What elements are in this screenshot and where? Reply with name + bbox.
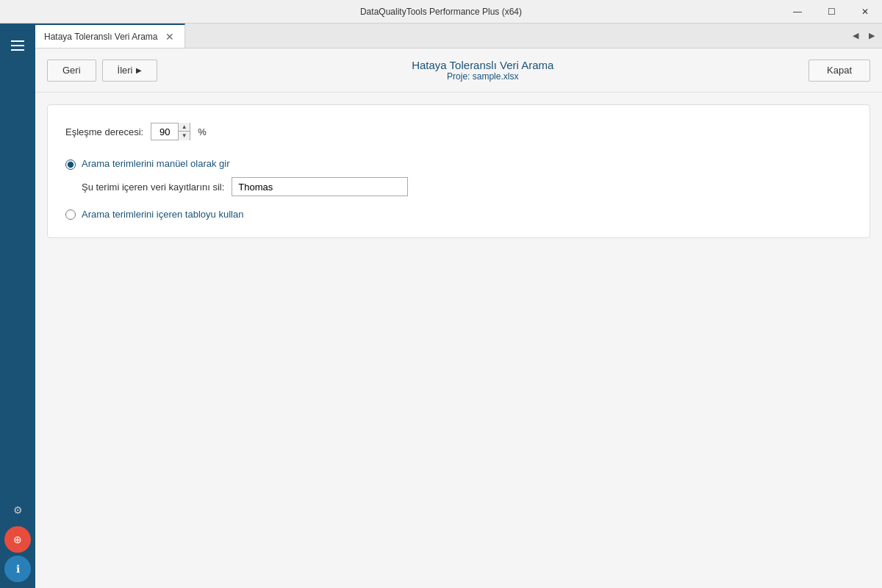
radio-section: Arama terimlerini manüel olarak gir Şu t…: [65, 158, 852, 220]
tab-label: Hataya Toleranslı Veri Arama: [44, 32, 158, 42]
match-degree-label: Eşleşme derecesi:: [65, 126, 143, 137]
radio-table-input[interactable]: [65, 209, 76, 220]
info-button[interactable]: ℹ: [4, 556, 31, 582]
radio-option-1-container: Arama terimlerini manüel olarak gir Şu t…: [65, 158, 852, 196]
sidebar-menu-button[interactable]: [0, 31, 35, 60]
radio-sub-row: Şu terimi içeren veri kayıtlarını sil:: [82, 177, 852, 196]
forward-button[interactable]: İleri ▶: [102, 60, 157, 82]
main-panel: Eşleşme derecesi: ▲ ▼ %: [35, 93, 882, 588]
hamburger-icon: [11, 40, 24, 51]
search-term-input[interactable]: [232, 177, 408, 196]
match-degree-spinner: ▲ ▼: [151, 123, 190, 140]
spinner-up-button[interactable]: ▲: [178, 123, 190, 132]
maximize-button[interactable]: ☐: [814, 0, 848, 24]
tab-bar-controls: ◀ ▶: [848, 24, 882, 48]
info-icon: ℹ: [16, 563, 20, 575]
percent-label: %: [198, 126, 207, 137]
tab-close-button[interactable]: ✕: [164, 31, 176, 43]
match-degree-row: Eşleşme derecesi: ▲ ▼ %: [65, 123, 852, 140]
spinner-buttons: ▲ ▼: [178, 123, 190, 140]
back-button[interactable]: Geri: [47, 60, 96, 82]
close-button[interactable]: ✕: [848, 0, 882, 24]
radio-table-label[interactable]: Arama terimlerini içeren tabloyu kullan: [82, 209, 243, 220]
title-bar: DataQualityTools Performance Plus (x64) …: [0, 0, 882, 24]
gear-icon: ⚙: [13, 504, 23, 516]
spinner-down-button[interactable]: ▼: [178, 132, 190, 140]
sidebar: ⚙ ⊕ ℹ: [0, 24, 35, 588]
radio-option-1: Arama terimlerini manüel olarak gir: [65, 158, 852, 170]
help-button[interactable]: ⊕: [4, 526, 31, 553]
toolbar: Geri İleri ▶ Hataya Toleranslı Veri Aram…: [35, 49, 882, 93]
forward-arrow-icon: ▶: [136, 66, 142, 74]
settings-button[interactable]: ⚙: [4, 497, 31, 523]
tab-scroll-left[interactable]: ◀: [848, 29, 863, 43]
settings-card: Eşleşme derecesi: ▲ ▼ %: [47, 104, 870, 238]
radio-manual-label[interactable]: Arama terimlerini manüel olarak gir: [82, 158, 230, 169]
sidebar-bottom-icons: ⚙ ⊕ ℹ: [0, 497, 35, 588]
active-tab[interactable]: Hataya Toleranslı Veri Arama ✕: [35, 24, 185, 48]
radio-option-2: Arama terimlerini içeren tabloyu kullan: [65, 208, 852, 220]
tab-scroll-right[interactable]: ▶: [864, 29, 879, 43]
back-label: Geri: [62, 65, 81, 76]
forward-label: İleri: [118, 65, 133, 76]
match-degree-input[interactable]: [151, 123, 178, 140]
life-ring-icon: ⊕: [13, 534, 22, 545]
window-controls: — ☐ ✕: [781, 0, 882, 24]
toolbar-left: Geri İleri ▶: [47, 60, 157, 82]
sub-label: Şu terimi içeren veri kayıtlarını sil:: [82, 182, 224, 193]
toolbar-title: Hataya Toleranslı Veri Arama: [412, 59, 553, 71]
main-layout: ⚙ ⊕ ℹ Hataya Toleranslı Veri Arama ✕ ◀ ▶: [0, 24, 882, 588]
tab-bar: Hataya Toleranslı Veri Arama ✕ ◀ ▶: [35, 24, 882, 49]
toolbar-center: Hataya Toleranslı Veri Arama Proje: samp…: [157, 59, 809, 82]
radio-manual-input[interactable]: [65, 159, 76, 170]
app-title: DataQualityTools Performance Plus (x64): [360, 7, 522, 17]
toolbar-subtitle: Proje: sample.xlsx: [447, 71, 518, 82]
toolbar-right: Kapat: [808, 60, 870, 82]
minimize-button[interactable]: —: [781, 0, 814, 24]
kapat-button[interactable]: Kapat: [808, 60, 870, 82]
content-area: Hataya Toleranslı Veri Arama ✕ ◀ ▶ Geri …: [35, 24, 882, 588]
